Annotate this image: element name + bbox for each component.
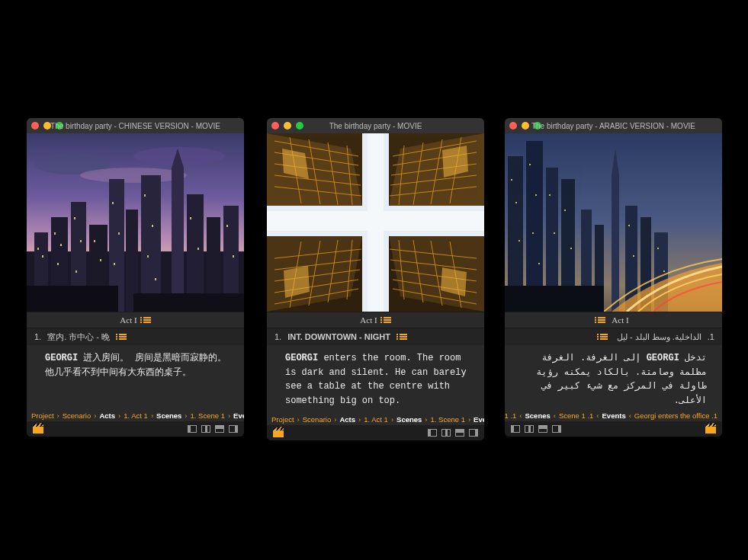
clapper-icon[interactable] [33, 424, 43, 434]
breadcrumb-separator: ‹ [596, 411, 599, 420]
breadcrumb-item[interactable]: Acts [339, 415, 355, 424]
titlebar[interactable]: The birthday party - CHINESE VERSION - M… [27, 118, 244, 133]
breadcrumb-item[interactable]: 1. Scene 1 [431, 415, 465, 424]
list-icon[interactable] [384, 317, 391, 323]
character-name: GEORGI [647, 353, 679, 363]
list-icon[interactable] [400, 334, 407, 340]
layout-left-icon[interactable] [511, 425, 520, 433]
breadcrumb[interactable]: Project›Scenario›Acts›1. Act 1›Scenes›1.… [27, 409, 244, 421]
breadcrumb-item[interactable]: Scenes [525, 411, 550, 420]
zoom-icon[interactable] [56, 122, 63, 130]
breadcrumb-separator: › [94, 411, 96, 420]
breadcrumb-separator: › [151, 411, 153, 420]
zoom-icon[interactable] [534, 122, 541, 130]
breadcrumb-item[interactable]: Scene 1 .1 [559, 411, 593, 420]
breadcrumb-item[interactable]: Scenario [303, 415, 332, 424]
close-icon[interactable] [31, 122, 39, 130]
svg-rect-33 [190, 217, 191, 219]
minimize-icon[interactable] [43, 122, 51, 130]
svg-rect-108 [549, 194, 551, 196]
script-body[interactable]: GEORGI enters the room. The room is dark… [267, 345, 484, 413]
titlebar[interactable]: The birthday party - ARABIC VERSION - MO… [505, 118, 722, 133]
clapper-icon[interactable] [273, 428, 284, 437]
scene-header[interactable]: 1. INT. DOWNTOWN - NIGHT [267, 328, 484, 345]
breadcrumb[interactable]: Georgi enters the office .1‹Events‹Scene… [505, 409, 722, 421]
list-icon[interactable] [119, 334, 127, 340]
layout-center-icon[interactable] [201, 425, 210, 433]
list-icon[interactable] [600, 334, 608, 340]
layout-left-icon[interactable] [188, 425, 197, 433]
svg-rect-16 [37, 248, 39, 250]
svg-rect-17 [42, 255, 43, 258]
svg-rect-29 [144, 194, 146, 197]
breadcrumb-separator: › [228, 411, 230, 420]
layout-center-icon[interactable] [441, 429, 451, 437]
character-name: GEORGI [285, 353, 318, 363]
breadcrumb-item[interactable]: Project [31, 411, 54, 420]
breadcrumb-item[interactable]: Project [271, 415, 294, 424]
titlebar[interactable]: The birthday party - MOVIE [267, 118, 484, 133]
list-icon[interactable] [598, 317, 605, 323]
svg-rect-116 [505, 286, 604, 312]
layout-split-icon[interactable] [215, 425, 224, 433]
svg-rect-111 [570, 248, 572, 249]
window-arabic: The birthday party - ARABIC VERSION - MO… [505, 118, 722, 437]
svg-rect-114 [657, 248, 659, 249]
breadcrumb-separator: ‹ [519, 411, 522, 420]
script-body[interactable]: GEORGI 进入房间。 房间是黑暗而寂静的。 他几乎看不到中间有大东西的桌子。 [27, 345, 244, 409]
minimize-icon[interactable] [522, 122, 529, 130]
close-icon[interactable] [271, 122, 279, 130]
svg-rect-18 [54, 232, 56, 235]
act-label: Act I [120, 315, 136, 325]
zoom-icon[interactable] [296, 122, 303, 130]
breadcrumb-separator: › [57, 411, 59, 420]
breadcrumb-separator: › [468, 415, 470, 424]
character-name: GEORGI [45, 353, 78, 363]
list-icon[interactable] [143, 317, 151, 323]
close-icon[interactable] [509, 122, 517, 130]
layout-split-icon[interactable] [455, 429, 464, 437]
breadcrumb-item[interactable]: Events [602, 411, 626, 420]
breadcrumb-item[interactable]: Act 1 .1 [505, 411, 516, 420]
traffic-lights [31, 122, 63, 130]
layout-right-icon[interactable] [469, 429, 478, 437]
minimize-icon[interactable] [284, 122, 291, 130]
breadcrumb-item[interactable]: 1. Scene 1 [191, 411, 225, 420]
breadcrumb[interactable]: Project›Scenario›Acts›1. Act 1›Scenes›1.… [267, 413, 484, 425]
scene-title: 室内. 市中心 - 晚 [47, 331, 110, 343]
breadcrumb-item[interactable]: Events [474, 415, 484, 424]
svg-rect-36 [233, 255, 234, 258]
window-english: The birthday party - MOVIE [267, 118, 484, 440]
breadcrumb-item[interactable]: Events [233, 411, 244, 420]
svg-point-3 [80, 168, 187, 183]
script-body[interactable]: تدخل GEORGI إلى الغرفة. الغرفة مظلمة وصا… [505, 345, 722, 409]
svg-rect-34 [197, 248, 199, 250]
breadcrumb-item[interactable]: Georgi enters the office .1 [634, 411, 718, 420]
breadcrumb-item[interactable]: Scenes [156, 411, 181, 420]
svg-rect-22 [80, 240, 82, 242]
breadcrumb-item[interactable]: 1. Act 1 [124, 411, 148, 420]
layout-left-icon[interactable] [428, 429, 437, 437]
scene-number: .1 [708, 332, 714, 341]
svg-rect-26 [112, 202, 114, 204]
svg-rect-106 [532, 232, 534, 234]
svg-rect-11 [141, 175, 161, 312]
scene-header[interactable]: .1 الداخلية. وسط البلد - ليل [505, 328, 722, 345]
breadcrumb-item[interactable]: 1. Act 1 [364, 415, 388, 424]
breadcrumb-item[interactable]: Acts [99, 411, 115, 420]
scene-header[interactable]: 1. 室内. 市中心 - 晚 [27, 328, 244, 345]
svg-rect-19 [60, 244, 62, 246]
svg-marker-97 [612, 149, 619, 312]
svg-rect-28 [114, 263, 115, 265]
scene-image [505, 133, 722, 312]
layout-right-icon[interactable] [229, 425, 238, 433]
svg-rect-115 [663, 270, 665, 272]
layout-right-icon[interactable] [552, 425, 561, 433]
layout-center-icon[interactable] [525, 425, 534, 433]
layout-split-icon[interactable] [538, 425, 547, 433]
breadcrumb-item[interactable]: Scenario [63, 411, 91, 420]
svg-rect-112 [628, 225, 630, 226]
clapper-icon[interactable] [705, 424, 716, 434]
breadcrumb-item[interactable]: Scenes [396, 415, 422, 424]
svg-rect-101 [511, 179, 512, 181]
